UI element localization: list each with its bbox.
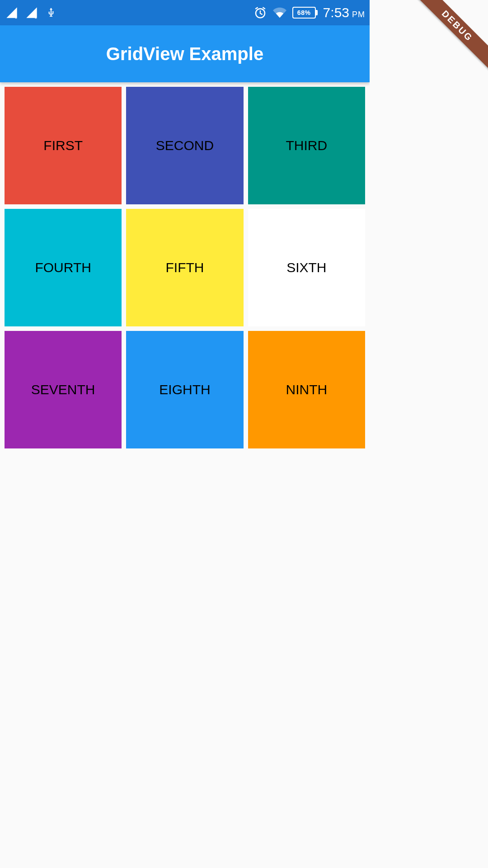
alarm-clock-icon xyxy=(253,6,267,19)
tile-label: NINTH xyxy=(286,382,328,397)
status-clock: 7:53 PM xyxy=(323,5,365,20)
signal-sim2-icon: 2 xyxy=(25,6,38,19)
battery-percent: 68% xyxy=(292,7,316,19)
svg-text:1: 1 xyxy=(15,15,17,19)
wifi-icon xyxy=(272,6,287,19)
tile-label: SEVENTH xyxy=(31,382,95,397)
grid-tile-eighth[interactable]: EIGHTH xyxy=(126,331,243,448)
grid-tile-fifth[interactable]: FIFTH xyxy=(126,209,243,326)
tile-label: THIRD xyxy=(286,138,328,153)
status-bar: 1 2 68% 7:53 PM xyxy=(0,0,370,25)
status-bar-left: 1 2 xyxy=(5,6,57,19)
usb-icon xyxy=(45,6,57,19)
grid-tile-first[interactable]: FIRST xyxy=(5,87,122,204)
tile-label: FIFTH xyxy=(166,260,204,275)
tile-label: EIGHTH xyxy=(159,382,210,397)
gridview: FIRST SECOND THIRD FOURTH FIFTH SIXTH SE… xyxy=(5,87,365,448)
grid-tile-seventh[interactable]: SEVENTH xyxy=(5,331,122,448)
tile-label: SECOND xyxy=(156,138,214,153)
svg-text:2: 2 xyxy=(35,15,37,19)
grid-tile-sixth[interactable]: SIXTH xyxy=(248,209,365,326)
status-ampm: PM xyxy=(352,10,365,19)
battery-icon: 68% xyxy=(292,7,318,19)
tile-label: SIXTH xyxy=(286,260,326,275)
grid-tile-ninth[interactable]: NINTH xyxy=(248,331,365,448)
status-time: 7:53 xyxy=(323,5,349,20)
tile-label: FOURTH xyxy=(35,260,91,275)
page-title: GridView Example xyxy=(106,44,263,64)
grid-tile-third[interactable]: THIRD xyxy=(248,87,365,204)
app-bar: GridView Example xyxy=(0,25,370,82)
grid-tile-second[interactable]: SECOND xyxy=(126,87,243,204)
grid-tile-fourth[interactable]: FOURTH xyxy=(5,209,122,326)
status-bar-right: 68% 7:53 PM xyxy=(253,5,365,20)
grid-container: FIRST SECOND THIRD FOURTH FIFTH SIXTH SE… xyxy=(0,82,370,448)
signal-sim1-icon: 1 xyxy=(5,6,18,19)
tile-label: FIRST xyxy=(43,138,83,153)
